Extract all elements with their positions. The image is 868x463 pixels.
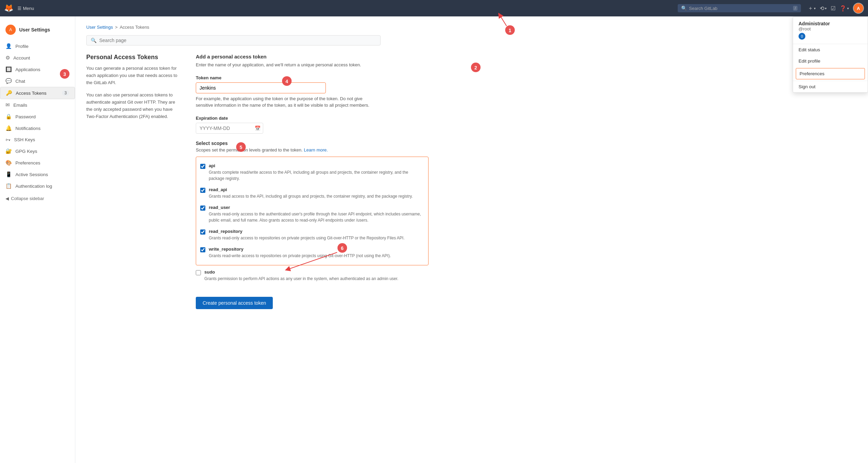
sidebar-item-profile[interactable]: 👤 Profile: [0, 40, 75, 52]
sidebar-item-emails[interactable]: ✉ Emails: [0, 99, 75, 111]
sidebar-item-label: Authentication log: [15, 184, 52, 189]
applications-icon: 🔲: [5, 66, 12, 72]
edit-status-link[interactable]: Edit status: [793, 44, 868, 55]
scope-name-api: api: [209, 163, 424, 168]
scope-checkbox-api[interactable]: [200, 164, 205, 169]
sidebar-header: A User Settings: [0, 22, 75, 40]
dropdown-handle: @root: [799, 26, 862, 31]
help-icon: ❓: [840, 5, 846, 12]
sidebar-item-ssh-keys[interactable]: 🗝 SSH Keys: [0, 134, 75, 145]
scope-desc-api: Grants complete read/write access to the…: [209, 169, 424, 182]
scope-checkbox-read-repository[interactable]: [200, 229, 205, 235]
search-slash-shortcut: /: [793, 6, 797, 11]
scope-checkbox-read-user[interactable]: [200, 206, 205, 211]
sidebar-item-password[interactable]: 🔒 Password: [0, 111, 75, 122]
user-avatar-button[interactable]: A: [853, 3, 864, 14]
new-item-button[interactable]: ＋ ▾: [808, 5, 816, 12]
scope-desc-read-user: Grants read-only access to the authentic…: [209, 211, 424, 223]
learn-more-link[interactable]: Learn more.: [304, 147, 328, 153]
sidebar-nav-list: 👤 Profile ⚙ Account 🔲 Applications 💬: [0, 40, 75, 192]
breadcrumb-current: Access Tokens: [120, 25, 149, 30]
sidebar-item-active-sessions[interactable]: 📱 Active Sessions: [0, 169, 75, 180]
dropdown-header: Administrator @root 0: [793, 17, 868, 44]
scope-item-sudo: sudo Grants permission to perform API ac…: [196, 267, 429, 285]
scopes-description: Scopes set the permission levels granted…: [196, 147, 429, 153]
todo-button[interactable]: ☑: [831, 5, 835, 12]
password-icon: 🔒: [5, 114, 12, 120]
global-search-input[interactable]: [689, 6, 793, 11]
todo-icon: ☑: [831, 5, 835, 12]
sidebar-item-label: Profile: [15, 44, 28, 49]
chevron-down-icon: ▾: [814, 6, 816, 10]
auth-log-icon: 📋: [5, 183, 12, 189]
expiration-input[interactable]: [196, 123, 263, 134]
preferences-link[interactable]: Preferences: [796, 68, 865, 79]
sidebar-item-label: SSH Keys: [14, 137, 35, 142]
collapse-label: Collapse sidebar: [11, 196, 44, 201]
sidebar-item-authentication-log[interactable]: 📋 Authentication log: [0, 180, 75, 192]
collapse-icon: ◀: [5, 196, 9, 201]
global-search-box[interactable]: 🔍 /: [678, 4, 801, 12]
scope-name-read-repository: read_repository: [209, 229, 424, 234]
help-button[interactable]: ❓ ▾: [840, 5, 849, 12]
profile-icon: 👤: [5, 43, 12, 49]
merge-request-button[interactable]: ⟲ ▾: [820, 5, 827, 12]
scope-desc-read-repository: Grants read-only access to repositories …: [209, 235, 424, 241]
section-desc-2: You can also use personal access tokens …: [86, 92, 182, 120]
create-token-button[interactable]: Create personal access token: [196, 297, 273, 309]
calendar-icon: 📅: [255, 125, 260, 131]
token-name-label: Token name: [196, 75, 429, 80]
sidebar-item-notifications[interactable]: 🔔 Notifications: [0, 122, 75, 134]
token-name-hint: For example, the application using the t…: [196, 95, 381, 109]
scope-checkbox-sudo[interactable]: [196, 270, 201, 275]
breadcrumb-separator: >: [115, 25, 118, 30]
sidebar-item-label: Password: [15, 114, 36, 119]
sidebar-item-applications[interactable]: 🔲 Applications: [0, 64, 75, 75]
breadcrumb-parent-link[interactable]: User Settings: [86, 25, 113, 30]
scope-desc-write-repository: Grants read-write access to repositories…: [209, 253, 424, 259]
chat-icon: 💬: [5, 78, 12, 84]
page-layout: A User Settings 👤 Profile ⚙ Account 🔲: [0, 16, 868, 463]
scope-item-write-repository: write_repository Grants read-write acces…: [200, 244, 424, 262]
sidebar-item-preferences[interactable]: 🎨 Preferences: [0, 157, 75, 169]
ssh-keys-icon: 🗝: [5, 137, 11, 143]
form-section: Add a personal access token Enter the na…: [196, 54, 429, 309]
menu-label: Menu: [23, 6, 34, 11]
sign-out-link[interactable]: Sign out: [793, 81, 868, 92]
edit-profile-link[interactable]: Edit profile: [793, 55, 868, 67]
scope-checkbox-read-api[interactable]: [200, 188, 205, 193]
scope-name-read-user: read_user: [209, 205, 424, 210]
top-navigation: 🦊 ☰ Menu 🔍 / ＋ ▾ ⟲ ▾ ☑ ❓ ▾ A: [0, 0, 868, 16]
sidebar-item-gpg-keys[interactable]: 🔐 GPG Keys: [0, 145, 75, 157]
token-name-input[interactable]: [196, 82, 326, 93]
dropdown-username: Administrator: [799, 21, 862, 26]
scope-checkbox-write-repository[interactable]: [200, 247, 205, 252]
add-token-title: Add a personal access token: [196, 54, 429, 59]
scope-desc-sudo: Grants permission to perform API actions…: [204, 276, 429, 282]
scope-item-read-api: read_api Grants read access to the API, …: [200, 184, 424, 202]
page-search-input[interactable]: [99, 38, 376, 43]
account-icon: ⚙: [5, 55, 10, 61]
page-search-box[interactable]: 🔍: [86, 35, 381, 45]
user-dropdown-menu: Administrator @root 0 Edit status Edit p…: [793, 16, 868, 93]
left-panel: Personal Access Tokens You can generate …: [86, 54, 182, 309]
sidebar-item-label: Chat: [15, 79, 25, 84]
sidebar-item-label: Applications: [15, 67, 40, 72]
sidebar-item-chat[interactable]: 💬 Chat: [0, 75, 75, 87]
sidebar-item-label: Active Sessions: [15, 172, 48, 177]
chevron-down-icon-help: ▾: [847, 6, 849, 10]
section-desc-1: You can generate a personal access token…: [86, 65, 182, 86]
sidebar-item-account[interactable]: ⚙ Account: [0, 52, 75, 64]
sidebar-item-label: Preferences: [15, 160, 40, 166]
avatar: A: [5, 25, 16, 35]
menu-button[interactable]: ☰ Menu: [17, 6, 34, 11]
sidebar-item-label: GPG Keys: [15, 149, 37, 154]
sidebar-title: User Settings: [19, 27, 50, 32]
dropdown-badge: 0: [799, 33, 805, 40]
collapse-sidebar-button[interactable]: ◀ Collapse sidebar: [0, 192, 75, 205]
date-wrapper: 📅: [196, 123, 263, 134]
scope-item-api: api Grants complete read/write access to…: [200, 160, 424, 184]
plus-icon: ＋: [808, 5, 813, 12]
sidebar-item-access-tokens[interactable]: 🔑 Access Tokens 3: [0, 87, 75, 99]
scope-name-write-repository: write_repository: [209, 247, 424, 252]
